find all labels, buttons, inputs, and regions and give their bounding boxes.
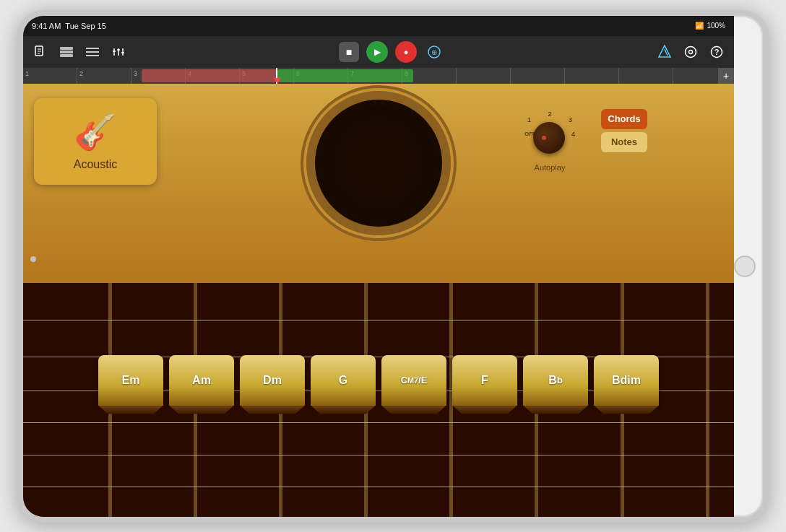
soundhole-outer [306,91,451,235]
play-icon: ▶ [374,47,381,57]
toolbar-right: ? [655,42,727,62]
knob-3-label: 3 [569,116,572,123]
chord-notes-buttons: Chords Notes [601,109,647,152]
loop-button[interactable]: ⊕ [424,42,444,62]
side-button [30,256,36,262]
knob-1-label: 1 [527,116,531,123]
status-time: 9:41 AM [32,22,61,30]
chord-key-f[interactable]: F [452,355,517,406]
knob-container: OFF 1 2 3 4 [524,109,575,160]
chord-key-cm7e[interactable]: CM7/E [381,355,446,406]
autoplay-section: OFF 1 2 3 4 Autoplay [524,109,575,172]
svg-text:⊕: ⊕ [431,48,437,56]
chord-key-g[interactable]: G [311,355,376,406]
status-bar: 9:41 AM Tue Sep 15 📶 100% [23,16,734,36]
string-4 [23,422,734,423]
notes-button[interactable]: Notes [601,132,647,152]
chord-key-em[interactable]: Em [98,355,163,406]
stop-button[interactable]: ■ [339,42,359,62]
knob-2-label: 2 [548,110,551,118]
svg-point-20 [686,46,696,57]
autoplay-knob[interactable] [533,122,565,154]
svg-rect-13 [113,51,116,52]
screen: 9:41 AM Tue Sep 15 📶 100% [23,16,734,517]
settings-button[interactable] [681,42,701,62]
knob-dot [542,136,546,140]
autoplay-label: Autoplay [535,163,566,172]
wifi-icon: 📶 [695,22,704,30]
metronome-button[interactable] [655,42,675,62]
svg-text:?: ? [714,48,720,56]
chord-keys: Em Am Dm G CM7/E F Bb Bdim [59,355,698,406]
stop-icon: ■ [346,46,352,58]
list-button[interactable] [82,42,103,62]
record-button[interactable]: ● [395,41,417,63]
battery-indicator: 100% [707,22,725,30]
home-button[interactable] [734,256,756,277]
chord-key-am[interactable]: Am [169,355,234,406]
new-song-button[interactable] [30,42,51,62]
string-1 [23,320,734,320]
svg-rect-15 [121,52,124,53]
help-button[interactable]: ? [707,42,727,62]
tracks-view-button[interactable] [56,42,77,62]
status-right: 📶 100% [695,22,725,30]
track-name: Acoustic [74,158,117,171]
svg-rect-6 [60,54,73,57]
timeline-red-region [142,69,277,82]
add-track-button[interactable]: + [718,68,734,84]
playhead-triangle [274,78,281,84]
guitar-body: 🎸 Acoustic OFF 1 2 3 4 [23,84,734,517]
knob-4-label: 4 [571,131,575,138]
main-content: 🎸 Acoustic OFF 1 2 3 4 [23,84,734,517]
string-6 [23,487,734,487]
string-5 [23,455,734,455]
toolbar-left [30,42,129,62]
toolbar: ■ ▶ ● ⊕ [23,36,734,68]
svg-marker-18 [659,45,670,57]
play-button[interactable]: ▶ [366,41,388,63]
svg-rect-5 [60,51,73,53]
svg-rect-14 [117,49,120,51]
chords-button[interactable]: Chords [601,109,647,129]
fret-8 [706,283,709,517]
track-label: 🎸 Acoustic [34,98,157,185]
status-left: 9:41 AM Tue Sep 15 [32,22,106,30]
timeline[interactable]: 12345678 + [23,68,734,84]
guitar-soundhole [306,91,451,221]
status-date: Tue Sep 15 [65,22,105,30]
svg-point-21 [689,50,693,53]
mixer-button[interactable] [108,42,129,62]
ipad-frame: 9:41 AM Tue Sep 15 📶 100% [17,10,769,523]
toolbar-center: ■ ▶ ● ⊕ [133,41,650,63]
chord-key-bdim[interactable]: Bdim [594,355,659,406]
svg-rect-4 [60,47,73,50]
timeline-green-region [277,69,413,82]
record-icon: ● [404,48,409,56]
guitar-icon: 🎸 [74,112,117,152]
chord-key-dm[interactable]: Dm [240,355,305,406]
chord-key-bb[interactable]: Bb [523,355,588,406]
